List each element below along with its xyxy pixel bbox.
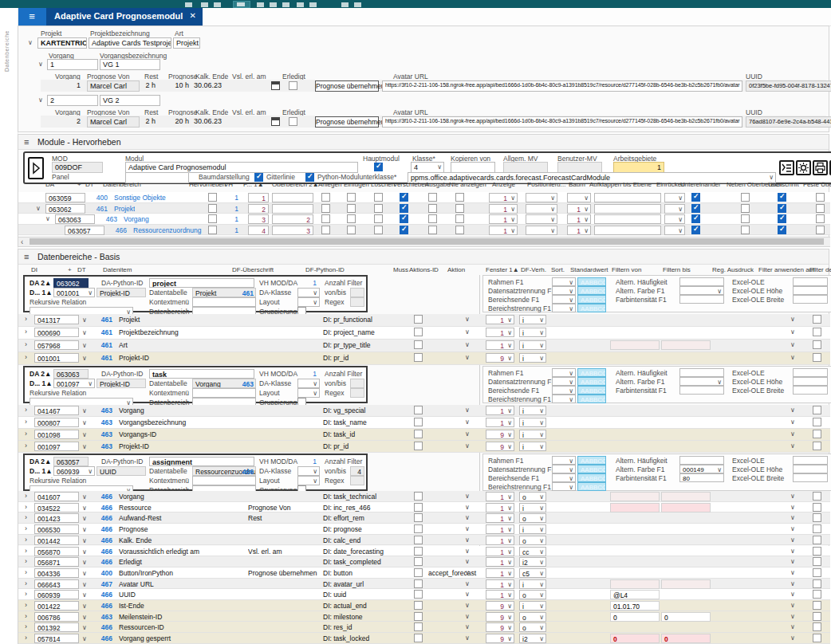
basis-table-header-13[interactable]: Filtern von bbox=[612, 266, 641, 273]
muss-checkbox[interactable] bbox=[414, 353, 423, 362]
filter-deak-checkbox[interactable] bbox=[813, 601, 821, 610]
df-verh-select[interactable]: o∨ bbox=[519, 513, 546, 523]
module-table-header-2[interactable]: DT bbox=[85, 181, 94, 188]
muss-checkbox[interactable] bbox=[414, 536, 423, 544]
position-field[interactable]: 3 bbox=[248, 214, 269, 224]
da-field[interactable]: 063062 bbox=[53, 278, 89, 288]
neben-oberbereich-checkbox[interactable] bbox=[741, 204, 750, 213]
df-verh-select[interactable]: i∨ bbox=[519, 430, 546, 439]
di-field[interactable]: 001098 bbox=[34, 430, 79, 439]
format-color-field[interactable]: AABBCC bbox=[577, 377, 606, 386]
aktion-dropdown[interactable]: ∨ bbox=[465, 328, 475, 336]
basis-table-row[interactable]: ›001423∨466Aufwand-RestRestDI: effort_re… bbox=[18, 512, 830, 524]
da-klasse-select[interactable]: ∨ bbox=[297, 379, 320, 388]
task-group-id-field[interactable]: 1 bbox=[47, 59, 98, 70]
chevron-expand-icon[interactable]: ∨ bbox=[82, 443, 87, 450]
filter-anwenden-dropdown[interactable]: ∨ bbox=[790, 634, 800, 642]
filter-deak-checkbox[interactable] bbox=[813, 568, 821, 577]
di-field[interactable]: 066643 bbox=[34, 579, 79, 589]
anlegen-checkbox[interactable] bbox=[321, 204, 330, 213]
di-field[interactable]: 001442 bbox=[34, 536, 79, 545]
grid-icon[interactable] bbox=[185, 2, 192, 7]
chevron-expand-icon[interactable]: ∨ bbox=[82, 515, 87, 522]
filtern-von-field[interactable] bbox=[610, 492, 660, 501]
d1-select[interactable]: 060939∨ bbox=[53, 466, 95, 476]
basis-table-header-0[interactable]: DI bbox=[31, 266, 37, 273]
positionierung-select[interactable]: ∨ bbox=[526, 226, 557, 235]
einruecken-select[interactable]: ∨ bbox=[664, 193, 685, 202]
di-field[interactable]: 001423 bbox=[34, 513, 79, 523]
hamburger-icon[interactable]: ≡ bbox=[24, 137, 29, 147]
module-table-header-13[interactable]: Nie anzeigen bbox=[449, 181, 486, 188]
muss-checkbox[interactable] bbox=[414, 328, 423, 336]
di-field[interactable]: 004336 bbox=[34, 568, 79, 578]
chevron-expand-icon[interactable]: ∨ bbox=[82, 316, 87, 324]
df-verh-select[interactable]: cc∨ bbox=[519, 547, 546, 556]
oberbereich-field[interactable]: 2 bbox=[272, 214, 313, 224]
basis-table-row[interactable]: ›041467∨463VorgangDI: vg_special∨1∨i∨∨ bbox=[18, 405, 830, 417]
filter-deak-checkbox[interactable] bbox=[813, 579, 821, 588]
ausgabe-checkbox[interactable] bbox=[428, 204, 437, 213]
uuid-field[interactable]: 0f23f5be-fd95-004f-8178-132474e8386e bbox=[746, 80, 831, 92]
aktion-dropdown[interactable]: ∨ bbox=[465, 591, 475, 599]
print-icon[interactable] bbox=[341, 2, 349, 7]
chevron-expand-icon[interactable]: ∨ bbox=[36, 205, 41, 212]
filter-deak-checkbox[interactable] bbox=[813, 622, 821, 631]
basis-table-row[interactable]: ›066643∨467Avatar URLDI: avatar_url∨1∨i∨… bbox=[18, 579, 830, 590]
position-field[interactable]: 1 bbox=[248, 193, 269, 202]
di-field[interactable]: 056871 bbox=[34, 557, 79, 567]
fenster-select[interactable]: 9∨ bbox=[486, 634, 514, 643]
von-bis-field[interactable]: 4 bbox=[350, 466, 364, 476]
excel-ole-hoehe-field[interactable] bbox=[793, 286, 828, 295]
aktion-dropdown[interactable]: ∨ bbox=[465, 613, 475, 621]
format-row-select[interactable]: ∨ bbox=[552, 395, 576, 403]
fenster-select[interactable]: 1∨ bbox=[486, 315, 514, 324]
muss-checkbox[interactable] bbox=[414, 612, 423, 621]
avatar-url-field[interactable]: https://3f10-2-211-106-158.ngrok-free.ap… bbox=[382, 116, 742, 128]
von-bis-field[interactable] bbox=[350, 288, 364, 297]
oberbereich-field[interactable] bbox=[272, 204, 313, 214]
df-verh-select[interactable]: o∨ bbox=[519, 536, 546, 545]
project-id-field[interactable]: KARTENTRICKS bbox=[37, 37, 87, 49]
anzeige-select[interactable]: 1∨ bbox=[489, 214, 518, 224]
di-field[interactable]: 001097 bbox=[34, 442, 79, 451]
di-field[interactable]: 034522 bbox=[34, 503, 79, 512]
da-klasse-select[interactable]: ∨ bbox=[297, 466, 320, 476]
filter-anwenden-dropdown[interactable]: ∨ bbox=[790, 548, 800, 556]
format-row-select[interactable]: ∨ bbox=[552, 465, 576, 473]
filter-deak-checkbox[interactable] bbox=[813, 406, 821, 414]
options-icon[interactable] bbox=[779, 160, 794, 175]
horizontal-scrollbar[interactable]: ‹ bbox=[18, 237, 830, 247]
avatar-url-field[interactable]: https://3f10-2-211-106-158.ngrok-free.ap… bbox=[382, 80, 742, 92]
nie-anzeigen-checkbox[interactable] bbox=[455, 204, 464, 213]
basis-table-row[interactable]: ›060939∨466UUIDDI: uuid∨1∨o∨@L4∨ bbox=[18, 589, 830, 600]
fenster-select[interactable]: 1∨ bbox=[486, 513, 514, 523]
basis-table-header-8[interactable]: Aktion bbox=[447, 266, 465, 273]
module-table-header-5[interactable]: VH bbox=[224, 181, 233, 188]
untereinander-checkbox[interactable] bbox=[691, 193, 700, 202]
kontextmenu-field[interactable] bbox=[192, 297, 256, 307]
da-field[interactable]: 063063 bbox=[53, 369, 89, 379]
muss-checkbox[interactable] bbox=[414, 524, 423, 533]
format-color-field[interactable]: AABBCC bbox=[577, 482, 606, 491]
feste-ueberschrift-checkbox[interactable] bbox=[816, 226, 825, 234]
chevron-expand-icon[interactable]: ∨ bbox=[82, 591, 87, 599]
chevron-expand-icon[interactable]: ∨ bbox=[28, 39, 33, 46]
baum-select[interactable]: 1∨ bbox=[567, 214, 591, 224]
module-table-header-22[interactable]: Feste Überschrift bbox=[803, 181, 831, 188]
di-field[interactable]: 006786 bbox=[34, 612, 79, 622]
allgem-mv-field[interactable] bbox=[503, 162, 548, 173]
einfuegen-checkbox[interactable] bbox=[347, 204, 356, 213]
filtern-bis-field[interactable] bbox=[661, 579, 711, 589]
filter-deak-checkbox[interactable] bbox=[813, 430, 821, 438]
fenster-select[interactable]: 9∨ bbox=[486, 353, 514, 363]
fenster-select[interactable]: 1∨ bbox=[486, 406, 514, 415]
format-row-select[interactable]: ∨ bbox=[552, 482, 576, 491]
accept-forecast-button[interactable]: Prognose übernehmen bbox=[315, 80, 379, 92]
project-type-field[interactable]: Projekt bbox=[173, 37, 200, 49]
format-color-field[interactable]: AABBCC bbox=[577, 277, 606, 286]
task-prognose-von-field[interactable]: Marcel Carl bbox=[87, 80, 140, 92]
format-color-field[interactable]: AABBCC bbox=[577, 386, 606, 395]
ueberschrift-checkbox[interactable] bbox=[778, 226, 786, 234]
altern-haeufigkeit-field[interactable] bbox=[679, 277, 724, 286]
